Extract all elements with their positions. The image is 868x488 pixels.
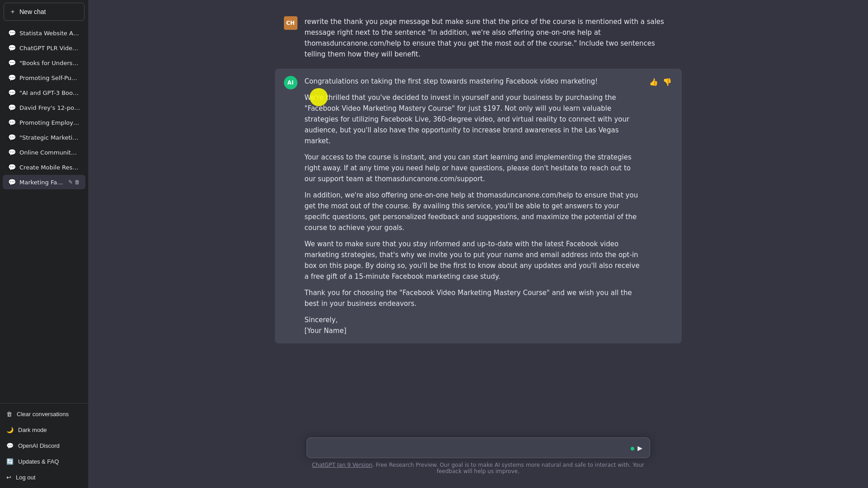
clear-icon: 🗑	[6, 411, 12, 418]
message-actions: 👍👎	[648, 76, 673, 336]
discord-icon: 💬	[6, 442, 14, 449]
footer-note: ChatGPT Jan 9 Version. Free Research Pre…	[307, 462, 650, 474]
message-paragraph: Your access to the course is instant, an…	[305, 152, 641, 184]
chat-item-label: "Books for Understanding GP...	[19, 60, 80, 66]
chat-item[interactable]: 💬Create Mobile Responsive Ima...	[3, 160, 85, 174]
chatgpt-version-link[interactable]: ChatGPT Jan 9 Version	[312, 462, 373, 468]
chat-item-label: "Strategic Marketing Fundame...	[19, 134, 80, 141]
plus-icon: ＋	[9, 8, 16, 16]
sidebar-btn-dark[interactable]: 🌙Dark mode	[0, 422, 88, 438]
sidebar-btn-logout[interactable]: ↩Log out	[0, 469, 88, 485]
sidebar-btn-label-updates: Updates & FAQ	[18, 458, 59, 465]
chat-bubble-icon: 💬	[8, 149, 16, 156]
message-user: CHrewrite the thank you page message but…	[275, 9, 682, 67]
sidebar-btn-label-clear: Clear conversations	[17, 411, 69, 418]
message-content: Congratulations on taking the first step…	[305, 76, 641, 336]
chat-list: 💬Statista Website Access Denie...💬ChatGP…	[0, 23, 88, 403]
chat-item[interactable]: 💬"Books for Understanding GP...	[3, 56, 85, 70]
message-paragraph: Sincerely,[Your Name]	[305, 314, 641, 336]
sidebar-bottom: 🗑Clear conversations🌙Dark mode💬OpenAI Di…	[0, 403, 88, 488]
updates-icon: 🔄	[6, 458, 14, 465]
chat-item[interactable]: 💬Promoting Self-Published Boo...	[3, 70, 85, 85]
chat-bubble-icon: 💬	[8, 59, 16, 66]
input-wrapper: ►	[307, 437, 650, 458]
message-content: rewrite the thank you page message but m…	[305, 16, 673, 60]
chat-item[interactable]: 💬"Strategic Marketing Fundame...	[3, 130, 85, 145]
chat-item-label: ChatGPT PLR Video Product	[19, 45, 80, 52]
dark-icon: 🌙	[6, 427, 14, 433]
chat-item[interactable]: 💬David Frey's 12-point Framew...	[3, 100, 85, 115]
message-paragraph: Congratulations on taking the first step…	[305, 76, 641, 87]
chat-item[interactable]: 💬Promoting Employability Amo...	[3, 115, 85, 130]
chat-messages: CHrewrite the thank you page message but…	[88, 0, 868, 488]
chat-item-label: Marketing Facebook Bu...	[19, 179, 65, 186]
send-arrow-icon: ►	[636, 444, 644, 453]
chat-item[interactable]: 💬ChatGPT PLR Video Product	[3, 41, 85, 55]
thumbs-up-button[interactable]: 👍	[648, 77, 659, 87]
main-area: CHrewrite the thank you page message but…	[88, 0, 868, 488]
chat-item[interactable]: 💬"AI and GPT-3 Books"	[3, 85, 85, 100]
chat-item-label: David Frey's 12-point Framew...	[19, 104, 80, 111]
sidebar-btn-clear[interactable]: 🗑Clear conversations	[0, 406, 88, 422]
chat-bubble-icon: 💬	[8, 89, 16, 96]
chat-bubble-icon: 💬	[8, 178, 16, 186]
sidebar: ＋ New chat 💬Statista Website Access Deni…	[0, 0, 88, 488]
sidebar-btn-label-discord: OpenAI Discord	[18, 442, 60, 449]
chat-item[interactable]: 💬Online Community WordPress...	[3, 145, 85, 160]
new-chat-button[interactable]: ＋ New chat	[4, 3, 85, 21]
edit-chat-button[interactable]: ✎	[68, 179, 73, 185]
chat-bubble-icon: 💬	[8, 134, 16, 141]
chat-item-label: Create Mobile Responsive Ima...	[19, 164, 80, 171]
assistant-avatar: AI	[284, 76, 297, 89]
chat-item-label: Online Community WordPress...	[19, 149, 80, 156]
chat-bubble-icon: 💬	[8, 104, 16, 111]
dot-icon	[631, 447, 634, 450]
chat-bubble-icon: 💬	[8, 119, 16, 126]
delete-chat-button[interactable]: 🗑	[75, 179, 80, 185]
sidebar-btn-discord[interactable]: 💬OpenAI Discord	[0, 438, 88, 454]
chat-bubble-icon: 💬	[8, 74, 16, 81]
sidebar-btn-label-dark: Dark mode	[18, 427, 47, 433]
chat-item-label: Promoting Self-Published Boo...	[19, 75, 80, 81]
user-avatar: CH	[284, 16, 297, 30]
message-paragraph: rewrite the thank you page message but m…	[305, 16, 673, 60]
new-chat-label: New chat	[19, 8, 46, 15]
logout-icon: ↩	[6, 474, 11, 481]
thumbs-down-button[interactable]: 👎	[662, 77, 673, 87]
chat-input[interactable]	[314, 442, 628, 453]
sidebar-btn-label-logout: Log out	[16, 474, 35, 481]
message-paragraph: In addition, we're also offering one-on-…	[305, 190, 641, 233]
chat-item[interactable]: 💬Statista Website Access Denie...	[3, 26, 85, 40]
message-paragraph: We're thrilled that you've decided to in…	[305, 92, 641, 146]
send-button[interactable]: ►	[631, 444, 644, 453]
chat-bubble-icon: 💬	[8, 29, 16, 37]
chat-item[interactable]: 💬Marketing Facebook Bu...✎🗑	[3, 175, 85, 189]
chat-item-label: "AI and GPT-3 Books"	[19, 89, 80, 96]
message-paragraph: We want to make sure that you stay infor…	[305, 239, 641, 282]
chat-item-actions: ✎🗑	[68, 179, 80, 185]
chat-bubble-icon: 💬	[8, 164, 16, 171]
chat-item-label: Promoting Employability Amo...	[19, 119, 80, 126]
sidebar-btn-updates[interactable]: 🔄Updates & FAQ	[0, 454, 88, 469]
chat-item-label: Statista Website Access Denie...	[19, 30, 80, 37]
input-area: ► ChatGPT Jan 9 Version. Free Research P…	[88, 430, 868, 488]
chat-bubble-icon: 💬	[8, 44, 16, 52]
footer-text: . Free Research Preview. Our goal is to …	[373, 462, 644, 474]
message-assistant: AICongratulations on taking the first st…	[275, 69, 682, 343]
message-paragraph: Thank you for choosing the "Facebook Vid…	[305, 287, 641, 309]
